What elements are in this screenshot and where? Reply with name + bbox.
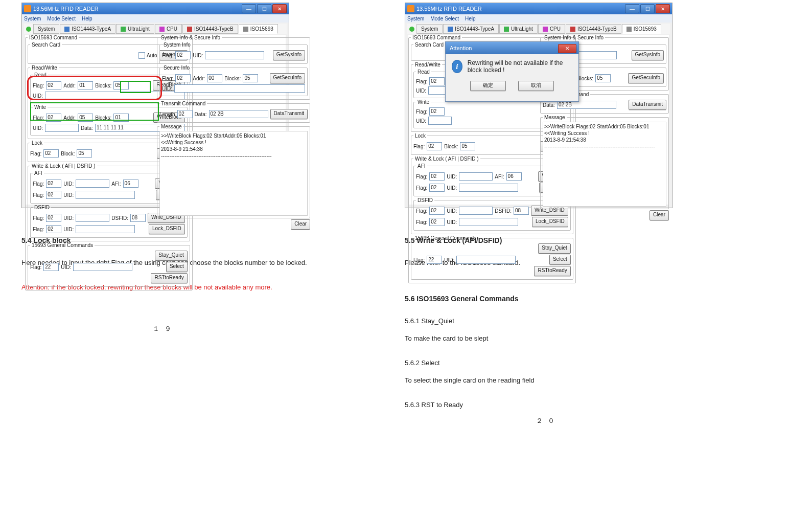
menu-system[interactable]: System xyxy=(24,16,41,21)
gen-flag-input[interactable]: 22 xyxy=(43,263,59,271)
dsfid-uid-input[interactable] xyxy=(76,214,109,222)
svg-rect-6 xyxy=(504,27,509,32)
secinfo-blocks-input[interactable]: 05 xyxy=(243,74,258,82)
dialog-ok-button[interactable]: 确定 xyxy=(470,81,506,91)
sysinfo-flag-input[interactable]: 02 xyxy=(175,51,191,59)
rst-to-ready-button[interactable]: RSTtoReady xyxy=(534,266,570,276)
afi-uid-input-2[interactable] xyxy=(76,191,135,199)
afi-uid-input[interactable] xyxy=(76,180,109,188)
get-sys-info-button[interactable]: GetSysInfo xyxy=(632,50,664,60)
lock-block-input[interactable]: 05 xyxy=(460,142,475,150)
auto-checkbox[interactable] xyxy=(138,52,145,59)
read-flag-input[interactable]: 02 xyxy=(429,77,445,85)
afi-flag-input-2[interactable]: 02 xyxy=(46,191,61,199)
stay-quiet-button[interactable]: Stay_Quiet xyxy=(538,243,570,254)
read-flag-input[interactable]: 02 xyxy=(46,81,61,89)
menu-system[interactable]: System xyxy=(407,16,424,21)
select-button[interactable]: Select xyxy=(166,262,188,272)
dialog-cancel-button[interactable]: 取消 xyxy=(518,81,554,91)
minimize-button[interactable]: — xyxy=(625,4,639,13)
dsfid-flag-input[interactable]: 02 xyxy=(46,214,61,222)
data-transmit-button[interactable]: DataTransmit xyxy=(629,100,666,110)
tab-cpu[interactable]: CPU xyxy=(538,24,565,34)
minimize-button[interactable]: — xyxy=(242,4,256,13)
afi-input[interactable]: 06 xyxy=(123,180,138,188)
dsfid-uid-input-2[interactable] xyxy=(459,218,518,226)
afi-flag-input-2[interactable]: 02 xyxy=(429,184,445,192)
dsfid-uid-input-2[interactable] xyxy=(76,225,135,233)
dialog-close-button[interactable]: ✕ xyxy=(558,44,576,53)
maximize-button[interactable]: ☐ xyxy=(640,4,655,13)
close-button[interactable]: ✕ xyxy=(272,4,287,13)
tx-len-input[interactable]: 02 xyxy=(177,110,193,118)
gen-uid-input[interactable] xyxy=(73,263,132,271)
svg-rect-1 xyxy=(121,27,126,32)
secinfo-addr-input[interactable]: 00 xyxy=(207,74,222,82)
tab-iso14443b[interactable]: ISO14443-TypeB xyxy=(566,24,621,34)
menu-mode-select[interactable]: Mode Select xyxy=(430,16,459,21)
dsfid-input[interactable]: 08 xyxy=(514,207,529,215)
read-blocks-input[interactable]: 05 xyxy=(113,81,129,89)
afi-uid-input[interactable] xyxy=(459,172,493,181)
tx-data-input[interactable]: 02 2B xyxy=(557,101,616,109)
write-uid-input[interactable] xyxy=(428,117,452,125)
dialog-title: Attention ✕ xyxy=(446,42,578,54)
dsfid-input[interactable]: 08 xyxy=(130,214,146,222)
lock-flag-input[interactable]: 02 xyxy=(43,149,59,158)
tab-iso15693[interactable]: ISO15693 xyxy=(622,24,661,34)
lock-flag-input[interactable]: 02 xyxy=(427,142,442,150)
menu-help[interactable]: Help xyxy=(465,16,476,21)
tab-cpu[interactable]: CPU xyxy=(155,24,182,34)
write-uid-input[interactable] xyxy=(45,124,79,132)
status-dot-icon xyxy=(26,27,31,32)
sys-secure-info-group: System Info & Secure Info System Info Fl… xyxy=(157,35,310,100)
tab-system[interactable]: System xyxy=(416,24,443,34)
data-transmit-button[interactable]: DataTransmit xyxy=(270,109,308,119)
dsfid-flag-input[interactable]: 02 xyxy=(429,207,445,215)
clear-button[interactable]: Clear xyxy=(649,210,669,220)
transmit-command-group: Transmit Command Length02 Data:02 2B Dat… xyxy=(157,101,310,123)
tab-iso14443b[interactable]: ISO14443-TypeB xyxy=(182,24,238,34)
tab-ultralight[interactable]: UltraLight xyxy=(499,24,538,34)
write-blocks-input[interactable]: 01 xyxy=(113,114,129,122)
close-button[interactable]: ✕ xyxy=(656,4,670,13)
afi-flag-input[interactable]: 02 xyxy=(46,180,61,188)
clear-button[interactable]: Clear xyxy=(291,219,310,230)
svg-rect-5 xyxy=(448,27,453,32)
menu-bar: System Mode Select Help xyxy=(22,14,289,23)
tab-system[interactable]: System xyxy=(33,24,59,34)
get-secu-info-button[interactable]: GetSecuInfo xyxy=(628,73,664,83)
rst-to-ready-button[interactable]: RSTtoReady xyxy=(151,273,187,283)
write-addr-input[interactable]: 05 xyxy=(78,114,93,122)
gen-uid-input[interactable] xyxy=(456,256,516,264)
sysinfo-uid-input[interactable] xyxy=(205,51,264,59)
afi-flag-input[interactable]: 02 xyxy=(429,172,445,181)
tab-iso15693[interactable]: ISO15693 xyxy=(239,24,278,34)
afi-input[interactable]: 06 xyxy=(506,172,522,181)
tx-data-input[interactable]: 02 2B xyxy=(209,110,268,118)
secinfo-uid-input[interactable] xyxy=(174,84,305,93)
read-addr-input[interactable]: 01 xyxy=(78,81,93,89)
get-sys-info-button[interactable]: GetSysInfo xyxy=(273,50,305,60)
write-flag-input[interactable]: 02 xyxy=(429,107,445,116)
svg-rect-4 xyxy=(243,27,248,32)
tab-iso14443a[interactable]: ISO14443-TypeA xyxy=(60,24,115,34)
dsfid-flag-input-2[interactable]: 02 xyxy=(46,225,61,233)
select-button[interactable]: Select xyxy=(549,255,571,265)
get-secu-info-button[interactable]: GetSecuInfo xyxy=(270,73,306,83)
menu-help[interactable]: Help xyxy=(82,16,92,21)
afi-uid-input-2[interactable] xyxy=(459,184,518,192)
secinfo-flag-input[interactable]: 02 xyxy=(175,74,191,82)
dsfid-uid-input[interactable] xyxy=(459,207,493,215)
secinfo-blocks-input[interactable]: 05 xyxy=(595,74,611,82)
menu-mode-select[interactable]: Mode Select xyxy=(47,16,76,21)
lock-block-input[interactable]: 05 xyxy=(77,149,92,158)
maximize-button[interactable]: ☐ xyxy=(257,4,271,13)
tab-iso14443a[interactable]: ISO14443-TypeA xyxy=(443,24,499,34)
dsfid-flag-input-2[interactable]: 02 xyxy=(429,218,445,226)
message-log: >>WriteBlock Flags:02 StartAddr:05 Block… xyxy=(543,122,666,207)
tab-ultralight[interactable]: UltraLight xyxy=(116,24,154,34)
stay-quiet-button[interactable]: Stay_Quiet xyxy=(155,251,187,261)
gen-flag-input[interactable]: 22 xyxy=(427,256,442,264)
write-flag-input[interactable]: 02 xyxy=(46,114,61,122)
